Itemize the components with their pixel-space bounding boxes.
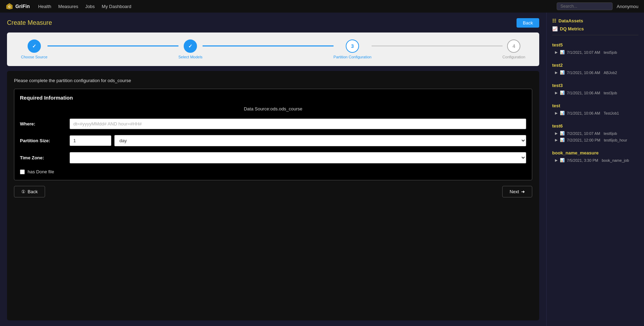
back-icon: ① — [21, 189, 25, 194]
step-4-label: Configuration — [503, 55, 525, 59]
step-connector-3-4 — [372, 45, 503, 46]
step-1: ✓ Choose Source — [21, 39, 47, 59]
topnav-links: Health Measures Jobs My Dashboard — [38, 4, 557, 9]
step-connector-2-3 — [203, 45, 334, 46]
step-3-circle: 3 — [346, 39, 359, 53]
griffin-logo-icon: G — [6, 2, 13, 10]
nav-measures[interactable]: Measures — [58, 4, 78, 9]
job-date: 7/5/2021, 3:30 PM — [567, 158, 598, 162]
list-item: ▶ 📊 7/1/2021, 10:07 AM test5job — [552, 49, 638, 56]
step-connector-1-2 — [47, 45, 178, 46]
where-input[interactable] — [69, 118, 526, 129]
user-label: Anonymou — [617, 4, 638, 9]
job-name[interactable]: ABJob2 — [603, 71, 617, 75]
job-name[interactable]: test6job — [603, 131, 617, 136]
list-item: ▶ 📊 7/5/2021, 3:30 PM book_name_job — [552, 157, 638, 164]
job-name[interactable]: test3job — [603, 91, 617, 95]
job-status-icon: 📊 — [560, 90, 565, 95]
expand-icon[interactable]: ▶ — [555, 138, 558, 142]
list-item: ▶ 📊 7/1/2021, 10:06 AM test3job — [552, 89, 638, 96]
measure-book-name[interactable]: book_name_measure — [552, 150, 638, 155]
form-area: Please complete the partition configurat… — [7, 71, 539, 320]
main-layout: Create Measure Back ✓ Choose Source ✓ Se… — [0, 13, 644, 326]
search-input[interactable] — [557, 2, 613, 10]
measure-test[interactable]: test — [552, 103, 638, 108]
dq-metrics-link[interactable]: 📈 DQ Metrics — [552, 26, 638, 31]
measure-test2[interactable]: test2 — [552, 63, 638, 68]
expand-icon[interactable]: ▶ — [555, 131, 558, 135]
job-date: 7/1/2021, 10:06 AM — [567, 91, 600, 95]
next-icon: ➜ — [521, 189, 525, 194]
checkbox-row: has Done file — [20, 169, 526, 174]
dq-metrics-label: DQ Metrics — [560, 26, 584, 31]
job-name[interactable]: test5job — [603, 50, 617, 55]
list-item: ▶ 📊 7/1/2021, 10:06 AM TestJob1 — [552, 110, 638, 116]
step-1-circle: ✓ — [28, 39, 41, 53]
measure-test3[interactable]: test3 — [552, 83, 638, 88]
job-status-icon: 📊 — [560, 158, 565, 162]
partition-inputs: day hour week month — [69, 135, 526, 146]
svg-text:G: G — [8, 5, 10, 8]
expand-icon[interactable]: ▶ — [555, 158, 558, 162]
expand-icon[interactable]: ▶ — [555, 50, 558, 54]
step-3: 3 Partition Configuration — [334, 39, 372, 59]
job-date: 7/2/2021, 12:00 PM — [567, 138, 600, 142]
job-name[interactable]: TestJob1 — [603, 111, 619, 115]
timezone-select[interactable]: UTC US/Eastern US/Pacific US/Central — [69, 152, 526, 164]
left-content: Create Measure Back ✓ Choose Source ✓ Se… — [0, 13, 546, 326]
back-button[interactable]: ① Back — [14, 186, 45, 197]
job-date: 7/1/2021, 10:06 AM — [567, 111, 600, 115]
has-done-file-label[interactable]: has Done file — [28, 169, 54, 174]
logo-text: GriFin — [15, 3, 30, 9]
measure-test5[interactable]: test5 — [552, 42, 638, 48]
step-2-label: Select Models — [178, 55, 203, 59]
sidebar-divider — [552, 35, 638, 35]
topnav: G GriFin Health Measures Jobs My Dashboa… — [0, 0, 644, 13]
job-status-icon: 📊 — [560, 50, 565, 55]
job-name[interactable]: test6job_hour — [604, 138, 627, 142]
step-1-label: Choose Source — [21, 55, 47, 59]
partition-unit-select[interactable]: day hour week month — [114, 135, 526, 146]
partition-size-label: Partition Size: — [20, 138, 65, 143]
job-status-icon: 📊 — [560, 111, 565, 115]
list-item: ▶ 📊 7/1/2021, 10:06 AM ABJob2 — [552, 69, 638, 76]
data-source-label: Data Source:ods.ods_course — [20, 106, 526, 111]
has-done-file-checkbox[interactable] — [20, 169, 25, 174]
nav-health[interactable]: Health — [38, 4, 51, 9]
nav-jobs[interactable]: Jobs — [85, 4, 95, 9]
job-name[interactable]: book_name_job — [602, 158, 629, 162]
form-description: Please complete the partition configurat… — [14, 78, 532, 83]
next-button[interactable]: Next ➜ — [502, 186, 532, 197]
logo[interactable]: G GriFin — [6, 2, 30, 10]
partition-size-row: Partition Size: day hour week month — [20, 135, 526, 146]
step-3-label: Partition Configuration — [334, 55, 372, 59]
data-assets-link[interactable]: ☷ DataAssets — [552, 18, 638, 23]
job-date: 7/1/2021, 10:06 AM — [567, 71, 600, 75]
partition-num-input[interactable] — [69, 135, 111, 146]
page-header: Create Measure Back — [7, 18, 539, 28]
measure-test6[interactable]: test6 — [552, 123, 638, 129]
bottom-buttons: ① Back Next ➜ — [14, 186, 532, 197]
stepper-steps: ✓ Choose Source ✓ Select Models 3 Partit… — [21, 39, 525, 59]
step-2-circle: ✓ — [184, 39, 197, 53]
nav-dashboard[interactable]: My Dashboard — [102, 4, 131, 9]
back-label: Back — [28, 189, 38, 194]
expand-icon[interactable]: ▶ — [555, 111, 558, 115]
step-4-circle: 4 — [507, 39, 520, 53]
expand-icon[interactable]: ▶ — [555, 91, 558, 95]
back-top-button[interactable]: Back — [517, 18, 539, 28]
where-row: Where: — [20, 118, 526, 129]
step-2: ✓ Select Models — [178, 39, 203, 59]
timezone-row: Time Zone: UTC US/Eastern US/Pacific US/… — [20, 152, 526, 164]
expand-icon[interactable]: ▶ — [555, 71, 558, 74]
job-status-icon: 📊 — [560, 131, 565, 136]
page-title: Create Measure — [7, 19, 52, 27]
job-date: 7/1/2021, 10:07 AM — [567, 50, 600, 55]
grid-icon: ☷ — [552, 18, 556, 23]
timezone-label: Time Zone: — [20, 155, 65, 160]
where-label: Where: — [20, 121, 65, 126]
list-item: ▶ 📊 7/2/2021, 10:07 AM test6job — [552, 130, 638, 137]
chart-icon: 📈 — [552, 26, 558, 31]
data-assets-label: DataAssets — [558, 18, 583, 23]
stepper-card: ✓ Choose Source ✓ Select Models 3 Partit… — [7, 32, 539, 66]
